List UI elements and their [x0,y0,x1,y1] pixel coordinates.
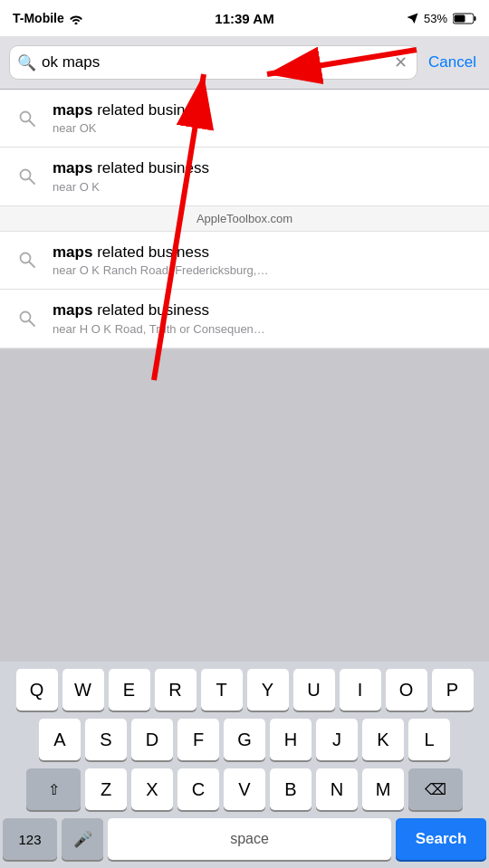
key-L[interactable]: L [408,719,450,760]
result-item[interactable]: maps related business near O K [0,148,489,205]
result-search-icon-1 [14,164,40,189]
result-search-icon-2 [14,247,40,272]
key-K[interactable]: K [362,719,404,760]
result-title-0: maps related business [53,101,475,119]
result-subtitle-2: near O K Ranch Road, Fredericksburg,… [53,263,475,277]
battery-icon [453,13,476,24]
carrier-label: T-Mobile [13,11,64,25]
key-123[interactable]: 123 [3,818,57,860]
keyboard-row-4: 123 🎤 space Search [3,818,486,860]
wifi-icon [69,13,83,24]
svg-line-4 [30,120,35,126]
key-mic[interactable]: 🎤 [62,818,103,860]
svg-point-5 [21,170,31,180]
keyboard-row-2: A S D F G H J K L [3,719,486,760]
result-search-icon-3 [14,306,40,331]
key-space[interactable]: space [108,818,391,860]
result-item[interactable]: maps related business near O K Ranch Roa… [0,232,489,290]
result-subtitle-0: near OK [53,121,475,135]
key-N[interactable]: N [316,768,358,810]
key-delete[interactable]: ⌫ [408,768,463,810]
key-O[interactable]: O [386,669,427,711]
result-text-3: maps related business near H O K Road, T… [53,301,475,335]
key-J[interactable]: J [316,719,358,760]
location-icon [407,13,418,24]
key-G[interactable]: G [224,719,265,760]
search-icon: 🔍 [17,53,36,72]
result-title-1: maps related business [53,159,475,177]
key-D[interactable]: D [131,719,173,760]
key-H[interactable]: H [270,719,312,760]
key-S[interactable]: S [85,719,127,760]
result-text-1: maps related business near O K [53,159,475,193]
key-M[interactable]: M [362,768,404,810]
status-right: 53% [407,12,476,25]
result-text-0: maps related business near OK [53,101,475,135]
result-title-2: maps related business [53,243,475,262]
watermark: AppleToolbox.com [0,206,489,232]
key-I[interactable]: I [340,669,381,711]
key-T[interactable]: T [201,669,243,711]
key-W[interactable]: W [62,669,104,711]
key-B[interactable]: B [270,768,312,810]
svg-line-10 [30,320,35,326]
result-search-icon-0 [14,106,40,131]
key-Z[interactable]: Z [85,768,127,810]
svg-line-6 [30,179,35,185]
keyboard-row-1: Q W E R T Y U I O P [3,669,486,711]
key-E[interactable]: E [109,669,150,711]
svg-point-3 [21,111,31,121]
svg-rect-1 [475,16,476,21]
result-item[interactable]: maps related business near H O K Road, T… [0,290,489,348]
svg-line-8 [30,262,35,268]
key-Y[interactable]: Y [247,669,289,711]
search-bar-container: 🔍 ✕ Cancel [0,36,489,90]
svg-point-9 [21,311,31,321]
key-U[interactable]: U [293,669,335,711]
key-P[interactable]: P [432,669,474,711]
result-title-3: maps related business [53,301,475,320]
result-text-2: maps related business near O K Ranch Roa… [53,243,475,277]
key-F[interactable]: F [177,719,219,760]
keyboard-row-3: ⇧ Z X C V B N M ⌫ [3,768,486,810]
key-search[interactable]: Search [396,818,486,860]
status-time: 11:39 AM [215,11,273,26]
results-container: maps related business near OK maps relat… [0,90,489,349]
cancel-button[interactable]: Cancel [425,53,480,72]
search-input[interactable] [42,53,392,72]
clear-button[interactable]: ✕ [392,52,409,72]
key-C[interactable]: C [177,768,219,810]
key-X[interactable]: X [131,768,173,810]
search-input-wrapper[interactable]: 🔍 ✕ [9,45,417,80]
key-R[interactable]: R [155,669,197,711]
svg-point-7 [21,253,31,263]
keyboard: Q W E R T Y U I O P A S D F G H J K L ⇧ … [0,662,489,868]
key-A[interactable]: A [39,719,81,760]
status-bar: T-Mobile 11:39 AM 53% [0,0,489,36]
result-subtitle-1: near O K [53,180,475,194]
result-subtitle-3: near H O K Road, Truth or Consequen… [53,322,475,336]
svg-rect-2 [455,14,465,22]
key-shift[interactable]: ⇧ [26,768,81,810]
status-left: T-Mobile [13,11,83,25]
key-Q[interactable]: Q [16,669,58,711]
battery-label: 53% [424,12,447,25]
key-V[interactable]: V [224,768,265,810]
result-item[interactable]: maps related business near OK [0,90,489,148]
